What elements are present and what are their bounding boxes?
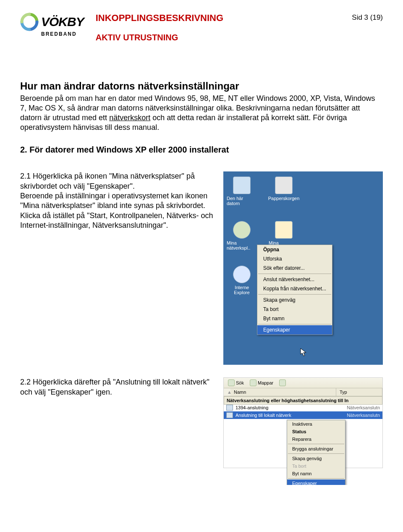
connection-icon bbox=[226, 405, 233, 411]
section-paragraph: Beroende på om man har en dator med Wind… bbox=[20, 94, 383, 132]
icon-label: Den här datorn bbox=[227, 196, 257, 206]
connection-row-1394[interactable]: 1394-anslutning Nätverksanslutn bbox=[224, 404, 382, 411]
toolbar-view-button[interactable] bbox=[277, 379, 288, 387]
column-type[interactable]: Typ bbox=[336, 388, 382, 396]
numbered-heading: 2. För datorer med Windows XP eller 2000… bbox=[20, 145, 383, 155]
menu-item-search[interactable]: Sök efter datorer... bbox=[257, 263, 332, 273]
menu-item-shortcut[interactable]: Skapa genväg bbox=[287, 455, 345, 462]
menu-separator bbox=[258, 294, 331, 295]
column-name[interactable]: Namn bbox=[230, 388, 336, 396]
menu-item-open[interactable]: Öppna bbox=[257, 245, 332, 254]
step-21-text: 2.1 Högerklicka på ikonen "Mina nätverks… bbox=[20, 171, 215, 230]
window-toolbar: Sök Mappar bbox=[224, 378, 382, 388]
menu-item-delete[interactable]: Ta bort bbox=[257, 305, 332, 314]
toolbar-search-button[interactable]: Sök bbox=[226, 379, 246, 387]
document-subtitle: AKTIV UTRUSTNING bbox=[96, 33, 345, 42]
step-21-body2: Klicka då istället på "Start, Kontrollpa… bbox=[20, 211, 215, 231]
menu-separator bbox=[288, 453, 344, 454]
menu-separator bbox=[288, 444, 344, 444]
desktop-icon-computer[interactable]: Den här datorn bbox=[227, 176, 257, 206]
documents-icon bbox=[275, 221, 293, 239]
context-menu: Öppna Utforska Sök efter datorer... Ansl… bbox=[257, 245, 332, 335]
toolbar-label: Sök bbox=[236, 380, 244, 385]
menu-item-rename[interactable]: Byt namn bbox=[287, 470, 345, 477]
desktop-icon-ie[interactable]: Interne Explore bbox=[227, 266, 257, 295]
icon-label: Explore bbox=[234, 290, 249, 295]
menu-item-disable[interactable]: Inaktivera bbox=[287, 420, 345, 428]
section-heading: Hur man ändrar datorns nätverksinställni… bbox=[20, 80, 383, 92]
trash-icon bbox=[275, 176, 293, 194]
menu-item-bridge[interactable]: Brygga anslutningar bbox=[287, 445, 345, 453]
brand-logo: VÖKBY BREDBAND bbox=[20, 13, 84, 37]
menu-item-properties[interactable]: Egenskaper bbox=[257, 325, 332, 334]
desktop-icon-network[interactable]: Mina nätverkspl.. bbox=[227, 221, 257, 250]
network-places-icon bbox=[233, 221, 251, 239]
connection-name: 1394-anslutning bbox=[236, 405, 268, 410]
context-menu: Inaktivera Status Reparera Brygga anslut… bbox=[287, 420, 345, 485]
menu-item-unmap-drive[interactable]: Koppla från nätverksenhet... bbox=[257, 284, 332, 293]
step-22-text: 2.2 Högerklicka därefter på "Anslutning … bbox=[20, 377, 215, 397]
logo-text: VÖKBY bbox=[41, 15, 84, 29]
page-number: Sid 3 (19) bbox=[352, 13, 383, 22]
menu-item-map-drive[interactable]: Anslut nätverksenhet... bbox=[257, 275, 332, 284]
menu-item-status[interactable]: Status bbox=[287, 428, 345, 435]
desktop-icon-trash[interactable]: Papperskorgen bbox=[269, 176, 299, 206]
logo-swirl-icon bbox=[20, 13, 39, 31]
menu-item-properties[interactable]: Egenskaper bbox=[287, 479, 345, 485]
icon-label: Papperskorgen bbox=[268, 196, 300, 201]
step-21-body1: Beroende på inställningar i operativsyst… bbox=[20, 191, 215, 211]
menu-separator bbox=[288, 478, 344, 479]
connection-icon bbox=[226, 412, 233, 418]
computer-icon bbox=[233, 176, 251, 194]
svg-marker-0 bbox=[301, 348, 306, 356]
connection-type: Nätverksanslutn bbox=[347, 405, 380, 410]
menu-item-repair[interactable]: Reparera bbox=[287, 435, 345, 443]
menu-item-rename[interactable]: Byt namn bbox=[257, 314, 332, 323]
icon-label: Mina nätverkspl.. bbox=[227, 240, 257, 250]
menu-item-shortcut[interactable]: Skapa genväg bbox=[257, 295, 332, 305]
menu-item-explore[interactable]: Utforska bbox=[257, 254, 332, 263]
menu-item-delete[interactable]: Ta bort bbox=[287, 462, 345, 470]
ie-icon bbox=[233, 266, 251, 283]
screenshot-desktop: Den här datorn Papperskorgen Mina nätver… bbox=[223, 171, 383, 365]
document-title: INKOPPLINGSBESKRIVNING bbox=[96, 13, 345, 24]
toolbar-folders-button[interactable]: Mappar bbox=[248, 379, 275, 387]
scroll-up-icon[interactable]: ▲ bbox=[224, 388, 230, 396]
view-icon bbox=[279, 379, 286, 386]
folders-icon bbox=[250, 379, 256, 386]
search-icon bbox=[228, 379, 235, 386]
cursor-icon bbox=[300, 348, 307, 356]
connection-name: Anslutning till lokalt nätverk bbox=[236, 413, 291, 418]
connection-row-lan[interactable]: Anslutning till lokalt nätverk Nätverksa… bbox=[224, 411, 382, 419]
menu-separator bbox=[258, 324, 331, 324]
group-banner: Nätverksanslutning eller höghastighetsan… bbox=[224, 396, 382, 405]
step-21-lead: 2.1 Högerklicka på ikonen "Mina nätverks… bbox=[20, 171, 215, 191]
icon-label: Interne bbox=[235, 285, 249, 290]
step-22-body: 2.2 Högerklicka därefter på "Anslutning … bbox=[20, 377, 215, 397]
connection-type: Nätverksanslutn bbox=[347, 413, 380, 418]
logo-subtext: BREDBAND bbox=[41, 31, 77, 37]
screenshot-connections-window: Sök Mappar ▲ Namn Typ Nätverksanslutning… bbox=[223, 377, 383, 468]
para-underlined: nätverkskort bbox=[109, 113, 150, 122]
toolbar-label: Mappar bbox=[258, 380, 273, 385]
list-header: ▲ Namn Typ bbox=[224, 388, 382, 396]
menu-separator bbox=[258, 274, 331, 274]
